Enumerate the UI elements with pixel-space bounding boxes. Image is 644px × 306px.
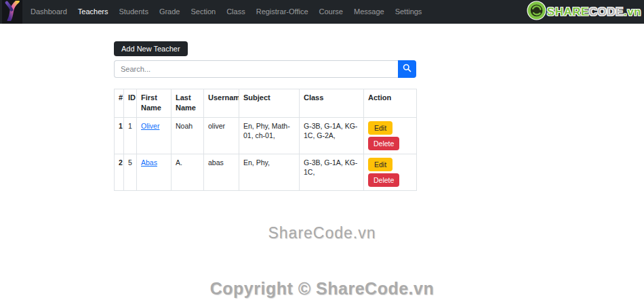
nav-item-settings[interactable]: Settings <box>390 0 428 24</box>
search-button[interactable] <box>398 60 416 78</box>
col-header-id: ID <box>124 89 137 118</box>
app-logo[interactable] <box>2 0 22 24</box>
cell-num: 2 <box>115 154 124 190</box>
cell-class: G-3B, G-1A, KG-1C, G-2A, <box>300 117 364 154</box>
cell-action: Edit Delete <box>364 154 417 190</box>
cell-username: oliver <box>204 117 239 154</box>
watermark-copyright: Copyright © ShareCode.vn <box>0 279 644 299</box>
watermark-center: ShareCode.vn <box>0 224 644 242</box>
cell-num: 1 <box>115 117 124 154</box>
cell-lastname: Noah <box>172 117 204 154</box>
brand-share: SHARE <box>547 5 589 18</box>
brand-code: CODE <box>589 5 624 18</box>
nav-item-section[interactable]: Section <box>185 0 221 24</box>
edit-button[interactable]: Edit <box>368 158 393 171</box>
cell-action: Edit Delete <box>364 117 417 154</box>
magnifier-icon <box>403 64 411 74</box>
cell-firstname: Abas <box>137 154 172 190</box>
nav-menu: Dashboard Teachers Students Grade Sectio… <box>25 0 427 24</box>
main-content: Add New Teacher # ID First Name Last Nam… <box>114 41 416 191</box>
brand-vn: .vn <box>624 5 641 18</box>
nav-item-message[interactable]: Message <box>348 0 390 24</box>
nav-item-registrar-office[interactable]: Registrar-Office <box>251 0 314 24</box>
cell-subject: En, Phy, <box>239 154 300 190</box>
cell-id: 1 <box>124 117 137 154</box>
delete-button[interactable]: Delete <box>368 173 399 187</box>
teachers-table: # ID First Name Last Name Username Subje… <box>114 89 417 191</box>
search-input[interactable] <box>114 60 398 78</box>
edit-button[interactable]: Edit <box>368 121 393 135</box>
table-header-row: # ID First Name Last Name Username Subje… <box>115 89 417 118</box>
recycle-circle-icon <box>527 1 546 23</box>
col-header-firstname: First Name <box>137 89 172 118</box>
top-navbar: Dashboard Teachers Students Grade Sectio… <box>0 0 644 24</box>
col-header-username: Username <box>204 89 239 118</box>
table-row: 2 5 Abas A. abas En, Phy, G-3B, G-1A, KG… <box>115 154 417 190</box>
sharecode-brand: SHARECODE.vn <box>527 0 641 24</box>
cell-subject: En, Phy, Math-01, ch-01, <box>239 117 300 154</box>
col-header-num: # <box>115 89 124 118</box>
nav-item-students[interactable]: Students <box>113 0 153 24</box>
col-header-class: Class <box>300 89 364 118</box>
nav-item-dashboard[interactable]: Dashboard <box>25 0 73 24</box>
table-row: 1 1 Oliver Noah oliver En, Phy, Math-01,… <box>115 117 417 154</box>
nav-item-course[interactable]: Course <box>314 0 348 24</box>
cell-lastname: A. <box>172 154 204 190</box>
col-header-action: Action <box>364 89 417 118</box>
nav-item-grade[interactable]: Grade <box>154 0 186 24</box>
teacher-name-link[interactable]: Oliver <box>141 122 159 130</box>
teacher-name-link[interactable]: Abas <box>141 158 157 167</box>
cell-id: 5 <box>124 154 137 190</box>
col-header-subject: Subject <box>239 89 300 118</box>
search-bar <box>114 60 416 78</box>
col-header-lastname: Last Name <box>172 89 204 118</box>
nav-item-class[interactable]: Class <box>221 0 251 24</box>
cell-class: G-3B, G-1A, KG-1C, <box>300 154 364 190</box>
add-new-teacher-button[interactable]: Add New Teacher <box>114 41 188 56</box>
delete-button[interactable]: Delete <box>368 137 399 150</box>
nav-item-teachers[interactable]: Teachers <box>73 0 114 24</box>
cell-username: abas <box>204 154 239 190</box>
y-gradient-logo-icon <box>4 1 20 24</box>
brand-text[interactable]: SHARECODE.vn <box>547 5 641 19</box>
cell-firstname: Oliver <box>137 117 172 154</box>
